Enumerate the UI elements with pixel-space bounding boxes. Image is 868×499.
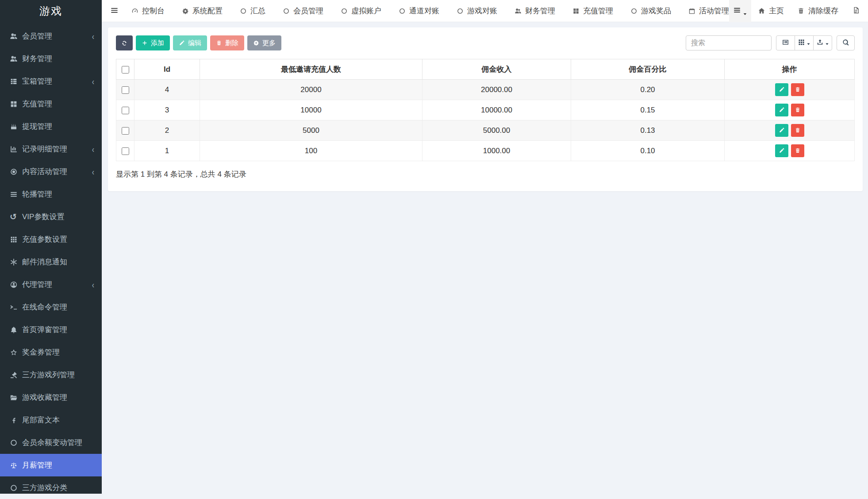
nav-item-virtual-account[interactable]: 虚拟账户 — [341, 6, 381, 16]
sidebar-item-recharge[interactable]: 充值管理 — [0, 93, 102, 115]
nav-item-summary[interactable]: 汇总 — [240, 6, 265, 16]
search-button[interactable] — [837, 35, 855, 50]
row-checkbox[interactable] — [122, 86, 129, 94]
circle-o-icon — [341, 8, 348, 15]
row-checkbox[interactable] — [122, 147, 129, 155]
sidebar-item-carousel[interactable]: 轮播管理 — [0, 183, 102, 205]
cell-min-invite: 5000 — [200, 120, 422, 141]
circle-o-icon — [399, 8, 406, 15]
nav-item-game-prize[interactable]: 游戏奖品 — [630, 6, 671, 16]
list-alt-icon — [782, 39, 789, 47]
nav-item-member[interactable]: 会员管理 — [283, 6, 323, 16]
export-button[interactable] — [813, 35, 832, 50]
circle-o-icon — [630, 8, 638, 15]
nav-overflow-toggle[interactable] — [729, 0, 751, 22]
records-table: Id最低邀请充值人数佣金收入佣金百分比操作 42000020000.000.20… — [116, 59, 855, 161]
table-row: 31000010000.000.15 — [116, 100, 855, 120]
table-toolbar: 添加编辑删除更多 — [116, 35, 855, 50]
sidebar-item-record-detail[interactable]: 记录明细管理‹ — [0, 138, 102, 160]
nav-item-activity[interactable]: 活动管理 — [688, 6, 729, 16]
nav-item-label: 虚拟账户 — [351, 6, 381, 16]
record-summary: 显示第 1 到第 4 条记录，总共 4 条记录 — [116, 169, 855, 179]
clear-cache-label: 清除缓存 — [808, 6, 838, 16]
row-checkbox[interactable] — [122, 127, 129, 135]
cell-min-invite: 100 — [200, 141, 422, 161]
select-all-checkbox[interactable] — [122, 66, 129, 73]
nav-item-finance[interactable]: 财务管理 — [515, 6, 555, 16]
sidebar-item-member-balance[interactable]: 会员余额变动管理 — [0, 431, 102, 454]
sidebar-item-label: 记录明细管理 — [22, 144, 67, 154]
nav-item-system-config[interactable]: 系统配置 — [182, 6, 223, 16]
plus-icon — [142, 39, 148, 47]
sidebar-item-label: 首页弹窗管理 — [22, 325, 67, 335]
delete-row-button[interactable] — [791, 144, 804, 157]
refresh-button[interactable] — [116, 35, 133, 50]
th-large-icon — [10, 100, 22, 108]
sidebar-item-mail-notify[interactable]: 邮件消息通知 — [0, 251, 102, 273]
nav-item-channel-reconcile[interactable]: 通道对账 — [399, 6, 439, 16]
sidebar-item-online-command[interactable]: 在线命令管理 — [0, 296, 102, 318]
sidebar-item-content-activity[interactable]: 内容活动管理‹ — [0, 160, 102, 183]
sidebar-toggle-button[interactable] — [102, 6, 127, 16]
pencil-icon — [779, 86, 785, 93]
sidebar-item-monthly-salary[interactable]: 月薪管理 — [0, 454, 102, 476]
sidebar-item-third-game-list[interactable]: 三方游戏列管理 — [0, 364, 102, 386]
clear-cache-button[interactable]: 清除缓存 — [791, 6, 845, 16]
nav-item-label: 通道对账 — [409, 6, 439, 16]
nav-item-recharge[interactable]: 充值管理 — [572, 6, 613, 16]
home-button[interactable]: 主页 — [751, 6, 791, 16]
columns-button[interactable] — [795, 35, 814, 50]
cell-actions — [725, 120, 855, 141]
sidebar-item-vip-params[interactable]: ↺VIP参数设置 — [0, 205, 102, 228]
detail-view-button[interactable] — [776, 35, 795, 50]
column-header: Id — [134, 59, 200, 80]
sidebar-item-recharge-params[interactable]: 充值参数设置 — [0, 228, 102, 251]
terminal-icon — [10, 303, 22, 311]
edit-row-button[interactable] — [775, 104, 788, 116]
sidebar-item-treasure-box[interactable]: 宝箱管理‹ — [0, 70, 102, 93]
nav-item-label: 游戏奖品 — [641, 6, 671, 16]
balance-scale-icon — [10, 461, 22, 469]
cell-commission-income: 1000.00 — [422, 141, 571, 161]
sidebar-item-agent[interactable]: 代理管理‹ — [0, 273, 102, 296]
delete-row-button[interactable] — [791, 83, 804, 96]
sidebar-item-bonus-coupon[interactable]: 奖金券管理 — [0, 341, 102, 364]
circle-o-icon — [10, 484, 22, 492]
sidebar-item-game-favorites[interactable]: 游戏收藏管理 — [0, 386, 102, 409]
cell-min-invite: 20000 — [200, 80, 422, 100]
trash-icon — [795, 147, 801, 154]
sidebar-item-members[interactable]: 会员管理‹ — [0, 25, 102, 47]
nav-item-label: 财务管理 — [525, 6, 555, 16]
edit-row-button[interactable] — [775, 144, 788, 157]
sidebar-item-third-game-category[interactable]: 三方游戏分类 — [0, 476, 102, 499]
circle-o-icon — [10, 439, 22, 447]
sidebar-item-withdraw[interactable]: 提现管理 — [0, 115, 102, 138]
export-icon — [816, 39, 824, 47]
nav-item-console[interactable]: 控制台 — [131, 6, 165, 16]
nav-item-label: 系统配置 — [192, 6, 223, 16]
button-label: 更多 — [262, 39, 276, 47]
nav-item-label: 充值管理 — [583, 6, 613, 16]
document-button[interactable] — [845, 6, 867, 15]
edit-row-button[interactable] — [775, 124, 788, 137]
delete-row-button[interactable] — [791, 124, 804, 137]
sidebar-item-label: 邮件消息通知 — [22, 257, 67, 267]
edit-row-button[interactable] — [775, 83, 788, 96]
sidebar-item-label: 游戏收藏管理 — [22, 392, 67, 402]
search-input[interactable] — [686, 35, 772, 50]
nav-item-game-reconcile[interactable]: 游戏对账 — [457, 6, 497, 16]
delete-row-button[interactable] — [791, 104, 804, 116]
pencil-icon — [179, 39, 185, 47]
sidebar-item-home-popup[interactable]: 首页弹窗管理 — [0, 318, 102, 341]
gavel-icon — [10, 371, 22, 379]
facebook-icon — [10, 416, 22, 424]
sidebar-item-finance[interactable]: 财务管理 — [0, 47, 102, 70]
sidebar-item-footer-richtext[interactable]: 尾部富文本 — [0, 409, 102, 431]
add-button[interactable]: 添加 — [136, 35, 170, 50]
edit-button[interactable]: 编辑 — [173, 35, 207, 50]
view-button-group — [776, 35, 832, 50]
more-button[interactable]: 更多 — [247, 35, 281, 50]
delete-button[interactable]: 删除 — [210, 35, 244, 50]
row-checkbox[interactable] — [122, 107, 129, 114]
bars-icon — [10, 190, 22, 198]
